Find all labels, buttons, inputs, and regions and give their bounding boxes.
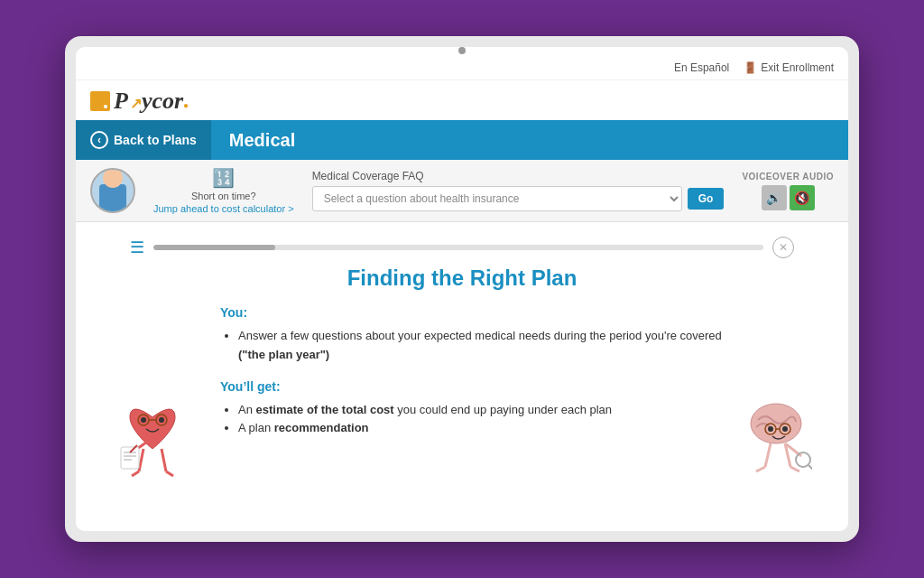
youll-get-label: You’ll get: [220,379,740,394]
avatar-section [90,168,135,213]
shortcut-title: Short on time? [191,191,256,201]
svg-point-17 [782,426,788,432]
svg-line-23 [756,467,765,471]
header: P↗ycor● [76,80,848,120]
avatar-body [99,184,126,211]
svg-line-27 [808,465,812,471]
you-bullets-list: Answer a few questions about your expect… [220,327,740,365]
content-area: ☰ ✕ Finding the Right Plan You: Answer a… [76,222,848,531]
progress-bar-fill [153,245,275,250]
faq-select[interactable]: Select a question about health insurance [312,186,682,211]
language-link[interactable]: En Español [674,61,729,74]
page-title: Medical [211,130,313,151]
audio-mute-button[interactable]: 🔇 [790,185,815,210]
audio-controls: 🔊 🔇 [762,185,815,210]
faq-row: Select a question about health insurance… [312,186,725,211]
utility-bar: En Español 🚪 Exit Enrollment [76,56,848,80]
main-title: Finding the Right Plan [130,266,794,291]
faq-label: Medical Coverage FAQ [312,170,725,182]
avatar-head [103,168,123,188]
svg-line-5 [139,449,143,471]
hamburger-menu-icon[interactable]: ☰ [130,238,144,257]
svg-point-26 [796,452,810,467]
svg-rect-10 [121,447,139,469]
go-button[interactable]: Go [688,188,725,210]
brain-illustration [740,395,812,485]
svg-point-0 [141,417,146,423]
paycor-logo: P↗ycor● [90,88,189,115]
svg-line-21 [765,443,771,467]
voiceover-label: VOICEOVER AUDIO [742,172,834,182]
calculator-icon: 🔢 [212,167,235,189]
nav-bar: ‹ Back to Plans Medical [76,120,848,160]
youll-get-bullet-2: A plan recommendation [238,419,740,438]
faq-section: Medical Coverage FAQ Select a question a… [312,170,725,211]
content-inner: ☰ ✕ Finding the Right Plan You: Answer a… [94,222,830,467]
back-to-plans-button[interactable]: ‹ Back to Plans [76,120,211,160]
heart-illustration [112,386,193,485]
info-bar: 🔢 Short on time? Jump ahead to cost calc… [76,160,848,222]
youll-get-bullets-list: An estimate of the total cost you could … [220,401,740,439]
device-frame: En Español 🚪 Exit Enrollment P↗ycor● ‹ B… [65,36,859,542]
avatar [90,168,135,213]
svg-line-6 [162,449,166,471]
exit-icon: 🚪 [744,61,757,74]
voiceover-section: VOICEOVER AUDIO 🔊 🔇 [742,172,834,210]
svg-point-16 [768,426,773,432]
back-arrow-icon: ‹ [90,131,108,149]
svg-line-7 [132,471,139,476]
device-screen: En Español 🚪 Exit Enrollment P↗ycor● ‹ B… [76,47,848,531]
calculator-section[interactable]: 🔢 Short on time? Jump ahead to cost calc… [153,167,294,214]
toolbar-row: ☰ ✕ [130,237,794,258]
audio-speaker-button[interactable]: 🔊 [762,185,787,210]
you-label: You: [220,305,740,320]
svg-point-1 [159,417,164,423]
svg-line-8 [166,471,173,476]
logo-icon [90,91,110,111]
you-bullet-1: Answer a few questions about your expect… [238,327,740,365]
close-button[interactable]: ✕ [772,237,794,258]
svg-line-24 [790,467,799,471]
progress-bar-container [153,245,763,250]
youll-get-bullet-1: An estimate of the total cost you could … [238,401,740,420]
camera-dot [458,47,466,54]
cost-calculator-link[interactable]: Jump ahead to cost calculator > [153,203,294,214]
exit-enrollment-button[interactable]: 🚪 Exit Enrollment [744,61,834,74]
